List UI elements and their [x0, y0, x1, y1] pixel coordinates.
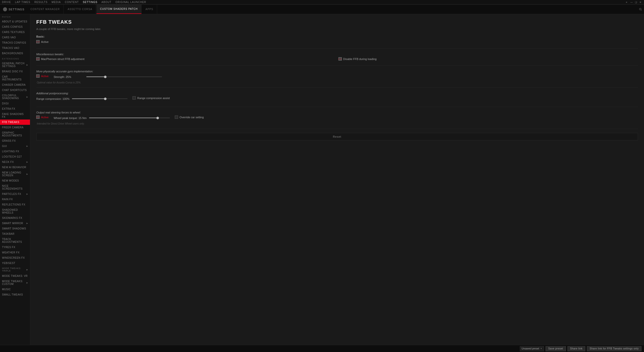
nav-about[interactable]: ABOUT — [101, 1, 111, 4]
nav-settings[interactable]: SETTINGS — [83, 1, 97, 4]
strength-slider-thumb[interactable] — [104, 76, 107, 78]
tab-apps[interactable]: APPS — [142, 5, 157, 14]
sidebar-item-gui[interactable]: GUI ▶ — [0, 143, 30, 149]
nav-drive[interactable]: DRIVE — [2, 1, 11, 4]
sidebar-item-chat-shortcuts[interactable]: CHAT SHORTCUTS — [0, 87, 30, 93]
sidebar-item-smart-shadows[interactable]: SMART SHADOWS — [0, 226, 30, 231]
gyro-active-label: Active — [41, 75, 49, 78]
restore-button[interactable]: ❑ — [635, 1, 637, 4]
sidebar-item-weather-fx[interactable]: WEATHER FX — [0, 250, 30, 255]
tab-custom-shaders-patch[interactable]: CUSTOM SHADERS PATCH — [96, 5, 141, 14]
sidebar-item-new-ai-behavior[interactable]: NEW AI BEHAVIOR — [0, 165, 30, 170]
sidebar-item-general-patch[interactable]: GENERAL PATCH SETTINGS ▶ — [0, 61, 30, 69]
page-title: FFB Tweaks — [36, 19, 638, 25]
sidebar-item-smart-mirror[interactable]: SMART MIRROR ▶ — [0, 221, 30, 226]
preset-selector[interactable]: Unsaved preset ▼ — [520, 346, 544, 351]
sidebar-item-tracks-vao[interactable]: TRACKS VAO — [0, 45, 30, 51]
sidebar-item-cars-configs[interactable]: CARS CONFIGS — [0, 24, 30, 30]
sidebar-item-yebisest[interactable]: YEBISEST — [0, 260, 30, 266]
sidebar-item-mode-tweaks-triple[interactable]: MODE TWEAKS: TRIPLE ▶ — [0, 266, 30, 273]
steering-active-checkbox[interactable]: ✓ — [36, 115, 40, 119]
save-preset-button[interactable]: Save preset — [546, 346, 566, 351]
disable-ffb-checkbox[interactable]: ✓ — [338, 57, 342, 61]
sidebar-item-freer-camera[interactable]: FREER CAMERA — [0, 125, 30, 130]
sidebar-item-lighting-fx[interactable]: LIGHTING FX — [0, 149, 30, 154]
close-button[interactable]: ✕ — [639, 1, 642, 4]
sidebar-item-ffb-tweaks[interactable]: FFB TWEAKS — [0, 120, 30, 125]
sidebar-item-tracks-configs[interactable]: TRACKS CONFIGS — [0, 40, 30, 45]
nav-laptimes[interactable]: LAP TIMES — [15, 1, 30, 4]
sidebar-item-reflections-fx[interactable]: REFLECTIONS FX — [0, 202, 30, 207]
sidebar-item-grass-fx[interactable]: GRASS FX — [0, 138, 30, 143]
range-compression-fill — [72, 98, 105, 99]
nav-media[interactable]: MEDIA — [52, 1, 61, 4]
wheel-torque-slider[interactable] — [89, 118, 170, 118]
sidebar-item-brake-disc[interactable]: BRAKE DISC FX — [0, 69, 30, 74]
sidebar-item-mode-tweaks-vr[interactable]: MODE TWEAKS: VR — [0, 273, 30, 279]
bottom-bar: Unsaved preset ▼ Save preset Share link … — [0, 345, 644, 352]
override-car-label: Override car setting — [180, 116, 204, 119]
misc-tweaks-section: Miscellaneous tweaks: ✓ MacPherson struc… — [36, 53, 638, 66]
logo-icon — [3, 7, 7, 11]
sidebar-item-cars-textures[interactable]: CARS TEXTURES — [0, 30, 30, 35]
share-link-button[interactable]: Share link — [567, 346, 585, 351]
share-link-ffb-button[interactable]: Share link for FFB Tweaks settings only — [587, 346, 641, 351]
strength-slider-fill — [86, 76, 105, 77]
sidebar-item-logitech-g27[interactable]: LOGITECH G27 — [0, 154, 30, 159]
reset-button[interactable]: Reset — [333, 135, 342, 138]
window-controls: ≡ — ❑ ✕ — [626, 1, 642, 4]
search-button[interactable] — [638, 7, 643, 12]
sidebar-item-backgrounds[interactable]: BACKGROUNDS — [0, 51, 30, 56]
sidebar-item-car-instruments[interactable]: CAR INSTRUMENTS — [0, 74, 30, 82]
nav-results[interactable]: RESULTS — [34, 1, 47, 4]
macpherson-checkbox[interactable]: ✓ — [36, 57, 40, 61]
override-car-checkbox[interactable] — [175, 115, 178, 119]
range-assist-row: Range compression assist — [132, 96, 170, 100]
menu-icon[interactable]: ≡ — [626, 1, 628, 4]
nav-original-launcher[interactable]: ORIGINAL LAUNCHER — [115, 1, 146, 4]
sidebar-item-graphic-adjustments[interactable]: GRAPHIC ADJUSTMENTS — [0, 130, 30, 138]
sidebar-item-chaser-camera[interactable]: CHASER CAMERA — [0, 82, 30, 87]
sidebar-item-fake-shadows[interactable]: FAKE SHADOWS FX — [0, 111, 30, 120]
range-compression-thumb[interactable] — [104, 98, 107, 100]
sidebar-item-new-modes[interactable]: NEW MODES — [0, 178, 30, 183]
sidebar-item-about-updates[interactable]: ABOUT & UPDATES — [0, 19, 30, 24]
sidebar-item-neck-fx[interactable]: NECK FX ▶ — [0, 159, 30, 165]
sidebar-item-taskbar[interactable]: TASKBAR — [0, 231, 30, 237]
steering-forces-section: Output real steering forces to wheel: ✓ … — [36, 111, 638, 129]
sidebar-item-extra-fx[interactable]: EXTRA FX — [0, 106, 30, 111]
sidebar-item-tyres-fx[interactable]: TYRES FX — [0, 245, 30, 250]
tab-assetto-corsa[interactable]: ASSETTO CORSA — [64, 5, 96, 14]
postprocessing-section: Additional postprocessing: Range compres… — [36, 92, 638, 107]
sidebar-item-music[interactable]: MUSIC — [0, 287, 30, 292]
disable-ffb-row: ✓ Disable FFB during loading — [338, 57, 638, 61]
tab-content-manager[interactable]: CONTENT MANAGER — [27, 5, 64, 14]
range-compression-slider[interactable] — [72, 98, 127, 99]
sidebar-item-particles-fx[interactable]: PARTICLES FX ▶ — [0, 191, 30, 197]
range-assist-checkbox[interactable] — [132, 96, 136, 100]
minimize-button[interactable]: — — [630, 1, 633, 4]
gyro-section: More physically accurate gyro implementa… — [36, 70, 638, 88]
wheel-torque-thumb[interactable] — [156, 117, 159, 119]
wheel-torque-fill — [89, 118, 158, 118]
sidebar-item-rain-fx[interactable]: RAIN FX — [0, 197, 30, 202]
sidebar-item-nice-screenshots[interactable]: NICE SCREENSHOTS — [0, 183, 30, 191]
sidebar-item-new-loading-screen[interactable]: NEW LOADING SCREEN ▶ — [0, 170, 30, 178]
sidebar-item-track-adjustments[interactable]: TRACK ADJUSTMENTS — [0, 237, 30, 245]
sidebar-item-mode-tweaks-custom[interactable]: MODE TWEAKS: CUSTOM ▶ — [0, 279, 30, 287]
sidebar-item-cars-vao[interactable]: CARS VAO — [0, 35, 30, 40]
basic-active-checkbox[interactable]: ✓ — [36, 40, 40, 43]
gyro-active-row: ✓ Active — [36, 74, 49, 78]
strength-slider[interactable] — [86, 76, 162, 77]
sidebar-item-skidmarks-fx[interactable]: SKIDMARKS FX — [0, 215, 30, 221]
sidebar-item-small-tweaks[interactable]: SMALL TWEAKS — [0, 292, 30, 297]
nav-content[interactable]: CONTENT — [65, 1, 79, 4]
gyro-active-checkbox[interactable]: ✓ — [36, 74, 40, 78]
top-nav: DRIVE LAP TIMES RESULTS MEDIA CONTENT SE… — [0, 0, 644, 5]
arrow-icon: ▶ — [26, 282, 28, 284]
sidebar-item-windscreen-fx[interactable]: WINDSCREEN FX — [0, 255, 30, 260]
steering-active-label: Active — [41, 116, 49, 119]
sidebar-item-colorful-shadowing[interactable]: COLORFUL SHADOWING ▶ — [0, 93, 30, 101]
sidebar-item-dxgi[interactable]: DXGI — [0, 101, 30, 106]
sidebar-item-shadowed-wheels[interactable]: SHADOWED WHEELS — [0, 207, 30, 215]
